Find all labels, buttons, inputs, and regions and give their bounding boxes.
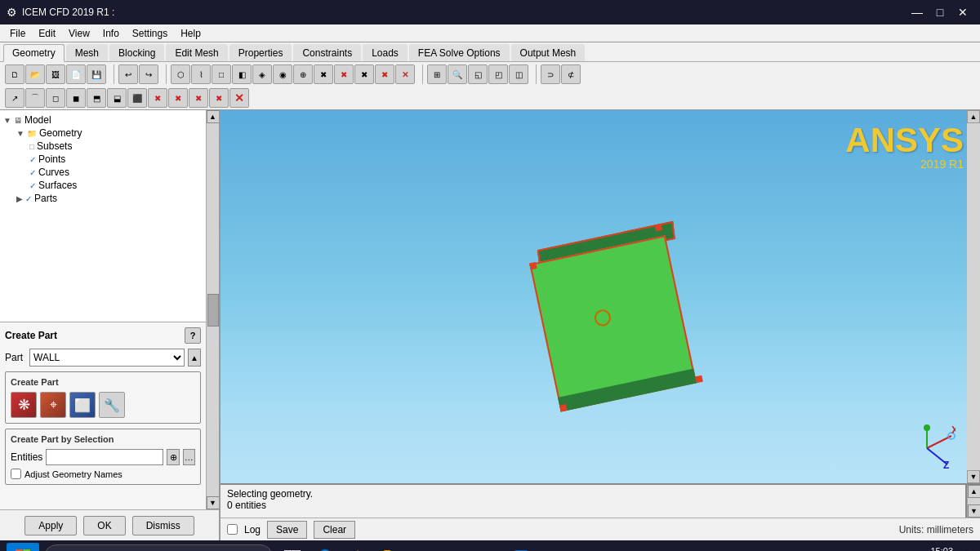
tb-r2-icon10[interactable]: ✖ — [189, 88, 208, 108]
tb-icon-1[interactable]: 🗋 — [5, 64, 24, 84]
part-select[interactable]: WALL — [29, 349, 185, 367]
menu-file[interactable]: File — [3, 26, 32, 41]
vp-scroll-down[interactable]: ▼ — [967, 470, 980, 483]
tree-item-curves[interactable]: Curves — [3, 166, 203, 179]
tb-r2-icon1[interactable]: ↗ — [5, 88, 24, 108]
entities-select-btn[interactable]: ⊕ — [167, 449, 179, 465]
taskbar-app-icem[interactable]: ICEM — [506, 543, 536, 551]
tb-icon-mesh12[interactable]: ✕ — [395, 64, 415, 84]
tb-icon-geom1[interactable]: ⊃ — [541, 64, 560, 84]
taskbar-app-camera[interactable] — [441, 543, 470, 551]
tree-item-surfaces[interactable]: Surfaces — [3, 179, 203, 192]
tb-icon-mesh11[interactable]: ✖ — [375, 64, 394, 84]
tb-icon-mesh6[interactable]: ◉ — [273, 64, 292, 84]
scroll-up-btn[interactable]: ▲ — [207, 110, 220, 123]
tb-icon-mesh7[interactable]: ⊕ — [293, 64, 313, 84]
tb-r2-icon8[interactable]: ✖ — [148, 88, 167, 108]
tab-fea-solve[interactable]: FEA Solve Options — [409, 44, 510, 61]
tb-r2-icon7[interactable]: ⬛ — [127, 88, 147, 108]
tree-item-geometry[interactable]: ▼ 📁 Geometry — [3, 127, 203, 140]
tb-icon-view5[interactable]: ◫ — [509, 64, 528, 84]
create-part-icon-2[interactable]: ⌖ — [40, 392, 66, 418]
taskbar-app-taskview[interactable] — [278, 543, 307, 551]
check-subsets[interactable] — [29, 140, 34, 152]
clear-button[interactable]: Clear — [314, 521, 355, 539]
tb-icon-view2[interactable]: 🔍 — [448, 64, 467, 84]
tab-properties[interactable]: Properties — [229, 44, 292, 61]
maximize-button[interactable]: □ — [929, 3, 951, 21]
taskbar-app-fpipe[interactable]: F — [408, 543, 438, 551]
scroll-thumb[interactable] — [207, 294, 219, 327]
left-panel-scrollbar[interactable]: ▲ ▼ — [206, 110, 219, 509]
dismiss-button[interactable]: Dismiss — [132, 516, 194, 535]
create-part-icon-1[interactable]: ❋ — [11, 392, 37, 418]
tb-icon-view4[interactable]: ◰ — [488, 64, 508, 84]
tree-item-model[interactable]: ▼ 🖥 Model — [3, 113, 203, 127]
tb-icon-mesh9[interactable]: ✖ — [334, 64, 354, 84]
close-button[interactable]: ✕ — [952, 3, 973, 21]
start-button[interactable] — [7, 543, 39, 551]
help-icon[interactable]: ? — [185, 327, 201, 344]
tb-r2-icon2[interactable]: ⌒ — [25, 88, 45, 108]
ok-button[interactable]: OK — [83, 516, 125, 535]
tb-icon-mesh5[interactable]: ◈ — [252, 64, 272, 84]
tb-icon-mesh10[interactable]: ✖ — [354, 64, 374, 84]
tb-icon-view3[interactable]: ◱ — [468, 64, 488, 84]
tb-icon-geom2[interactable]: ⊄ — [561, 64, 581, 84]
taskbar-search[interactable]: 🔍 — [44, 544, 273, 551]
tab-loads[interactable]: Loads — [363, 44, 408, 61]
tb-icon-mesh3[interactable]: □ — [212, 64, 231, 84]
tree-item-subsets[interactable]: Subsets — [3, 140, 203, 153]
status-scrollbar[interactable]: ▲ ▼ — [967, 485, 980, 518]
taskbar-app-ansys[interactable] — [343, 543, 372, 551]
minimize-button[interactable]: — — [906, 3, 928, 21]
tb-r2-icon12[interactable]: ✕ — [229, 88, 249, 108]
menu-settings[interactable]: Settings — [126, 26, 174, 41]
check-parts[interactable] — [25, 193, 32, 204]
tb-r2-icon4[interactable]: ◼ — [66, 88, 86, 108]
part-scroll-up[interactable]: ▲ — [188, 349, 201, 367]
vp-scroll-up[interactable]: ▲ — [967, 110, 980, 123]
tb-r2-icon3[interactable]: ◻ — [46, 88, 65, 108]
scroll-down-btn[interactable]: ▼ — [207, 496, 220, 509]
check-curves[interactable] — [29, 167, 36, 178]
tab-constraints[interactable]: Constraints — [293, 44, 361, 61]
tab-blocking[interactable]: Blocking — [109, 44, 164, 61]
tb-icon-5[interactable]: 💾 — [87, 64, 106, 84]
tb-r2-icon6[interactable]: ⬓ — [107, 88, 127, 108]
menu-view[interactable]: View — [62, 26, 96, 41]
create-part-icon-4[interactable]: 🔧 — [99, 392, 125, 418]
tb-icon-4[interactable]: 📄 — [66, 64, 86, 84]
tb-icon-mesh1[interactable]: ⬡ — [171, 64, 190, 84]
create-part-icon-3[interactable]: ⬜ — [69, 392, 96, 418]
tree-item-points[interactable]: Points — [3, 153, 203, 166]
tb-icon-mesh8[interactable]: ✖ — [314, 64, 333, 84]
tab-output-mesh[interactable]: Output Mesh — [511, 44, 586, 61]
taskbar-app-explorer[interactable] — [376, 543, 405, 551]
menu-info[interactable]: Info — [96, 26, 126, 41]
tab-edit-mesh[interactable]: Edit Mesh — [166, 44, 227, 61]
menu-edit[interactable]: Edit — [32, 26, 62, 41]
tree-item-parts[interactable]: ▶ Parts — [3, 192, 203, 205]
status-scroll-down[interactable]: ▼ — [968, 504, 981, 518]
log-checkbox[interactable] — [227, 524, 238, 535]
tb-icon-mesh4[interactable]: ◧ — [232, 64, 252, 84]
check-surfaces[interactable] — [29, 180, 36, 191]
adjust-geometry-check[interactable] — [11, 469, 21, 479]
save-button[interactable]: Save — [267, 521, 307, 539]
menu-help[interactable]: Help — [174, 26, 207, 41]
tb-r2-icon9[interactable]: ✖ — [168, 88, 188, 108]
taskbar-app-terminal[interactable]: _ > — [474, 543, 503, 551]
check-points[interactable] — [29, 153, 36, 165]
tb-icon-undo[interactable]: ↩ — [118, 64, 138, 84]
tb-icon-mesh2[interactable]: ⌇ — [191, 64, 211, 84]
tb-icon-view1[interactable]: ⊞ — [427, 64, 447, 84]
viewport[interactable]: ANSYS 2019 R1 — [220, 110, 980, 540]
apply-button[interactable]: Apply — [24, 516, 77, 535]
tb-icon-3[interactable]: 🖼 — [46, 64, 65, 84]
tb-icon-2[interactable]: 📂 — [25, 64, 45, 84]
entities-more-btn[interactable]: … — [183, 449, 195, 465]
taskbar-app-edge[interactable] — [310, 543, 340, 551]
tab-mesh[interactable]: Mesh — [66, 44, 108, 61]
status-scroll-up[interactable]: ▲ — [968, 485, 981, 498]
